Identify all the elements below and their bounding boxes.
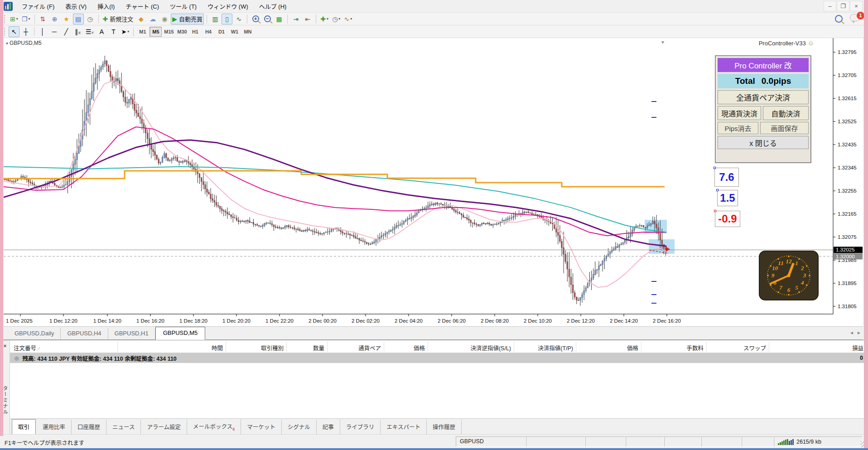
column-header-8[interactable]: 価格 — [627, 344, 638, 352]
close-current-pair-button[interactable]: 現通貨決済 — [718, 106, 761, 120]
column-header-6[interactable]: 決済逆指値(S/L) — [470, 344, 511, 352]
menu-item-3[interactable]: チャート (C) — [120, 0, 164, 13]
drawbar-grip[interactable] — [4, 28, 6, 36]
timeframe-m1[interactable]: M1 — [136, 27, 149, 37]
maximize-button[interactable]: ❐ — [837, 1, 849, 11]
status-cell-0[interactable]: GBPUSD — [456, 436, 526, 447]
column-header-2[interactable]: 取引種別 — [261, 344, 284, 352]
menu-item-4[interactable]: ツール (T) — [164, 0, 202, 13]
zoom-in-button[interactable]: + — [250, 14, 261, 24]
tile-windows-button[interactable]: ▦ — [274, 14, 285, 24]
close-panel-button[interactable]: x 閉じる — [718, 136, 809, 149]
market-watch-button[interactable]: ⇅ — [38, 14, 48, 24]
auto-close-button[interactable]: 自動決済 — [763, 106, 809, 120]
navigator-button[interactable]: ★ — [61, 14, 72, 24]
auto-scroll-button[interactable]: ⇥ — [290, 14, 301, 24]
metaeditor-button[interactable]: ☁ — [147, 14, 158, 24]
save-screen-button[interactable]: 画面保存 — [760, 122, 809, 134]
timeframe-h4[interactable]: H4 — [202, 27, 214, 37]
chart-tab-0[interactable]: GBPUSD,Daily — [8, 328, 61, 339]
timeframe-m15[interactable]: M15 — [163, 27, 175, 37]
timeframe-mn[interactable]: MN — [241, 27, 254, 37]
notifications-icon[interactable]: 1 — [850, 14, 862, 23]
chart-shift-marker-icon[interactable]: ▾ — [661, 39, 664, 45]
fibonacci-button[interactable]: ☰F — [84, 26, 95, 37]
equidistant-channel-button[interactable]: ∥E — [72, 26, 83, 37]
menu-item-6[interactable]: ヘルプ (H) — [254, 0, 292, 13]
chart-shift-button[interactable]: ⇤ — [302, 14, 313, 24]
bars-mode-button[interactable]: ▥ — [210, 14, 221, 24]
collapse-icon[interactable]: ▾ — [6, 41, 8, 46]
trendline-button[interactable]: ╱ — [61, 26, 72, 37]
periods-button[interactable]: ◷▾ — [331, 14, 342, 24]
terminal-tab-6[interactable]: マーケット — [241, 420, 282, 434]
terminal-tab-2[interactable]: 口座履歴 — [72, 420, 106, 434]
column-header-0[interactable]: 注文番号∕ — [14, 344, 39, 352]
pips-clear-button[interactable]: Pips消去 — [718, 122, 758, 134]
pip-box-2[interactable]: -0.9 — [715, 211, 740, 227]
close-button[interactable]: × — [850, 1, 863, 11]
strategy-tester-button[interactable]: ◷ — [85, 14, 96, 24]
profiles-button[interactable]: ❐▾ — [20, 14, 32, 24]
line-mode-button[interactable]: ∿ — [233, 14, 244, 24]
new-chart-button[interactable]: ⊞▾ — [9, 14, 19, 24]
column-header-4[interactable]: 通貨ペア — [358, 344, 381, 352]
terminal-tab-1[interactable]: 運用比率 — [37, 420, 72, 434]
chart-window[interactable]: 1.327951.327051.326151.325251.324351.323… — [4, 38, 863, 326]
auto-trading-button[interactable]: ▶自動売買 — [171, 14, 204, 24]
community-button[interactable]: ◉ — [159, 14, 170, 24]
timeframe-m5[interactable]: M5 — [149, 27, 162, 37]
column-header-11[interactable]: 損益 — [852, 344, 863, 352]
text-label-button[interactable]: T — [108, 26, 119, 37]
search-icon[interactable] — [835, 15, 843, 23]
crosshair-button[interactable]: ┼ — [20, 26, 31, 37]
templates-button[interactable]: ∿▾ — [342, 14, 353, 24]
menu-item-1[interactable]: 表示 (V) — [60, 0, 92, 13]
tabs-scroll-left-icon[interactable]: ◂ — [850, 329, 853, 336]
data-window-button[interactable]: ⊕ — [49, 14, 60, 24]
candles-mode-button[interactable]: ▯ — [222, 14, 232, 24]
menu-item-2[interactable]: 挿入(I) — [92, 0, 120, 13]
indicators-button[interactable]: ✚▾ — [319, 14, 330, 24]
timeframe-d1[interactable]: D1 — [215, 27, 227, 37]
terminal-tab-10[interactable]: エキスパート — [381, 420, 427, 434]
chart-tab-3[interactable]: GBPUSD,M5 — [155, 327, 206, 340]
menu-item-0[interactable]: ファイル (F) — [16, 0, 60, 13]
column-header-10[interactable]: スワップ — [743, 344, 766, 352]
tabs-scroll-right-icon[interactable]: ▸ — [858, 329, 860, 336]
status-cell-7[interactable]: 2615/9 kb — [774, 436, 863, 447]
vertical-line-button[interactable]: │ — [37, 26, 48, 37]
close-all-pairs-button[interactable]: 全通貨ペア決済 — [718, 90, 809, 104]
timeframe-m30[interactable]: M30 — [176, 27, 188, 37]
column-header-1[interactable]: 時間 — [212, 344, 223, 352]
chart-tab-2[interactable]: GBPUSD,H1 — [108, 328, 155, 339]
terminal-tab-3[interactable]: ニュース — [106, 420, 141, 434]
column-header-9[interactable]: 手数料 — [686, 344, 704, 352]
metaquotes-button[interactable]: ◆ — [135, 14, 146, 24]
arrows-button[interactable]: ➤▾ — [120, 26, 130, 37]
column-header-3[interactable]: 数量 — [313, 344, 324, 352]
zoom-out-button[interactable]: − — [262, 14, 273, 24]
timeframe-h1[interactable]: H1 — [189, 27, 201, 37]
column-header-5[interactable]: 価格 — [414, 344, 425, 352]
terminal-tab-11[interactable]: 操作履歴 — [427, 420, 462, 434]
terminal-tab-0[interactable]: 取引 — [12, 419, 36, 435]
pip-box-1[interactable]: 1.5 — [717, 190, 738, 206]
terminal-tab-8[interactable]: 記事 — [317, 420, 340, 434]
new-order-button[interactable]: ✚新規注文 — [101, 14, 135, 24]
terminal-toggle-button[interactable]: ▤ — [73, 14, 84, 24]
toolbar-grip[interactable] — [4, 15, 6, 23]
terminal-tab-4[interactable]: アラーム設定 — [141, 420, 187, 434]
timeframe-w1[interactable]: W1 — [228, 27, 241, 37]
horizontal-line-button[interactable]: ─ — [49, 26, 60, 37]
minimize-button[interactable]: – — [824, 1, 836, 11]
column-header-7[interactable]: 決済指値(T/P) — [538, 344, 573, 352]
text-button[interactable]: A — [96, 26, 107, 37]
terminal-tab-7[interactable]: シグナル — [282, 420, 317, 434]
pip-box-0[interactable]: 7.6 — [714, 168, 739, 187]
terminal-tab-9[interactable]: ライブラリ — [340, 420, 381, 434]
terminal-tab-5[interactable]: メールボックス6 — [187, 419, 241, 435]
chart-tab-1[interactable]: GBPUSD,H4 — [61, 328, 108, 339]
menu-item-5[interactable]: ウィンドウ (W) — [202, 0, 254, 13]
cursor-button[interactable]: ↖ — [9, 26, 19, 37]
